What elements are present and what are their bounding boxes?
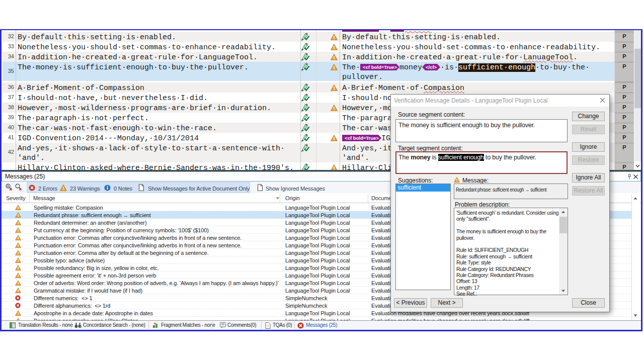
svg-text:?: ? (267, 324, 269, 328)
